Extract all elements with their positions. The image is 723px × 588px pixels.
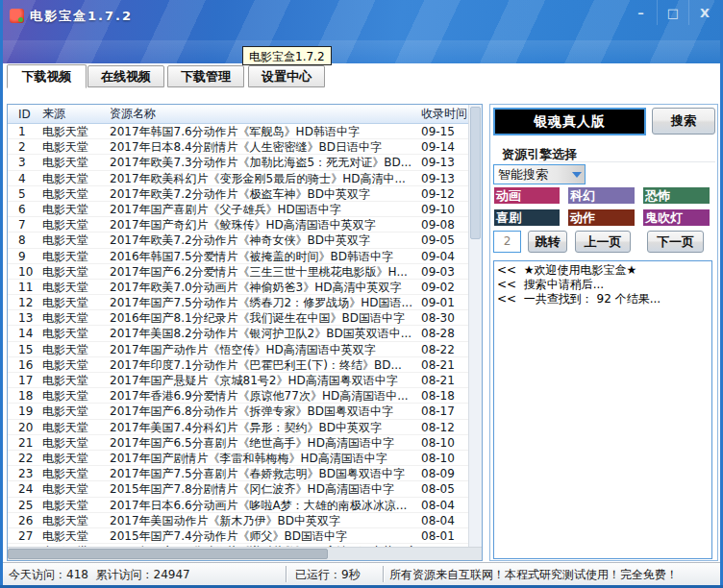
close-icon: X bbox=[700, 6, 710, 20]
table-cell: 电影天堂 bbox=[42, 186, 110, 201]
search-button[interactable]: 搜索 bbox=[652, 108, 715, 135]
table-cell: 08-28 bbox=[421, 326, 468, 340]
vertical-scrollbar-thumb[interactable] bbox=[470, 107, 481, 239]
table-cell: 2017年日本8.4分剧情片《人生密密缝》BD日语中字 bbox=[110, 139, 421, 154]
close-button[interactable]: X bbox=[688, 0, 720, 25]
vertical-scrollbar[interactable] bbox=[468, 105, 482, 547]
minimize-icon: – bbox=[637, 6, 644, 20]
category-button-1[interactable]: 动画 bbox=[494, 187, 560, 204]
table-cell: 25 bbox=[8, 498, 42, 512]
table-row[interactable]: 5电影天堂2017年欧美7.2分动作片《极盗车神》BD中英双字09-12 bbox=[8, 186, 468, 202]
table-row[interactable]: 27电影天堂2015年国产7.4分动作片《师父》BD国语中字08-01 bbox=[8, 528, 468, 544]
table-cell: 08-17 bbox=[421, 404, 468, 418]
window-controls: – □ X bbox=[625, 0, 720, 25]
category-button-4[interactable]: 喜剧 bbox=[494, 209, 560, 226]
table-cell: 2017年国产动作片《悟空传》HD高清国语中英双字 bbox=[110, 342, 421, 356]
table-cell: 电影天堂 bbox=[42, 280, 110, 294]
table-cell: 2017年国产剧情片《李雷和韩梅梅》HD高清国语中字 bbox=[110, 451, 421, 465]
table-cell: 2016年国产8.1分纪录片《我们诞生在中国》BD国语中字 bbox=[110, 310, 421, 325]
maximize-button[interactable]: □ bbox=[657, 0, 688, 25]
table-cell: 2017年美国8.2分动作片《银河护卫队2》BD国英双语中... bbox=[110, 326, 421, 340]
engine-group-line bbox=[538, 161, 715, 162]
engine-dropdown[interactable]: 智能搜索 bbox=[493, 164, 586, 184]
tab-download-video[interactable]: 下载视频 bbox=[7, 64, 87, 88]
table-cell: 电影天堂 bbox=[42, 420, 110, 434]
table-cell: 09-01 bbox=[421, 295, 468, 309]
table-row[interactable]: 12电影天堂2017年国产7.5分动作片《绣春刀2：修罗战场》HD国语...09… bbox=[8, 295, 468, 310]
table-cell: 4 bbox=[8, 171, 42, 185]
engine-selected-value: 智能搜索 bbox=[498, 167, 548, 182]
table-row[interactable]: 11电影天堂2017年欧美7.0分动画片《神偷奶爸3》HD高清中英双字09-02 bbox=[8, 280, 468, 295]
table-cell: 09-13 bbox=[421, 171, 468, 185]
next-page-button[interactable]: 下一页 bbox=[647, 231, 704, 253]
table-row[interactable]: 21电影天堂2017年国产6.5分喜剧片《绝世高手》HD高清国语中字08-10 bbox=[8, 435, 468, 451]
table-cell: 2017年国产喜剧片《父子雄兵》HD国语中字 bbox=[110, 202, 421, 216]
table-row[interactable]: 16电影天堂2017年印度7.1分动作片《巴霍巴利王(下)：终结》BD...08… bbox=[8, 357, 468, 373]
table-row[interactable]: 24电影天堂2015年国产7.8分剧情片《冈仁波齐》HD高清国语中字08-05 bbox=[8, 481, 468, 497]
table-row[interactable]: 6电影天堂2017年国产喜剧片《父子雄兵》HD国语中字09-10 bbox=[8, 202, 468, 217]
table-row[interactable]: 9电影天堂2016年韩国7.5分爱情片《被掩盖的时间》BD韩语中字09-04 bbox=[8, 249, 468, 264]
table-cell: 09-02 bbox=[421, 280, 468, 294]
minimize-button[interactable]: – bbox=[625, 0, 657, 25]
tab-online-video[interactable]: 在线视频 bbox=[87, 65, 164, 87]
table-row[interactable]: 8电影天堂2017年欧美7.2分动作片《神奇女侠》BD中英双字09-05 bbox=[8, 233, 468, 248]
table-cell: 12 bbox=[8, 295, 42, 309]
table-cell: 电影天堂 bbox=[42, 264, 110, 279]
table-cell: 15 bbox=[8, 342, 42, 356]
table-cell: 2017年国产悬疑片《京城81号2》HD高清国粤双语中字 bbox=[110, 373, 421, 387]
table-row[interactable]: 26电影天堂2017年美国动作片《新木乃伊》BD中英双字08-04 bbox=[8, 513, 468, 528]
prev-page-button[interactable]: 上一页 bbox=[575, 231, 631, 253]
table-row[interactable]: 17电影天堂2017年国产悬疑片《京城81号2》HD高清国粤双语中字08-21 bbox=[8, 373, 468, 388]
table-cell: 2017年国产7.5分喜剧片《春娇救志明》BD国粤双语中字 bbox=[110, 466, 421, 480]
table-cell: 6 bbox=[8, 202, 42, 216]
table-row[interactable]: 20电影天堂2017年美国7.4分科幻片《异形：契约》BD中英双字08-12 bbox=[8, 420, 468, 435]
table-cell: 09-08 bbox=[421, 217, 468, 232]
tab-settings-center[interactable]: 设置中心 bbox=[248, 65, 325, 87]
table-cell: 08-04 bbox=[421, 498, 468, 512]
table-cell: 16 bbox=[8, 357, 42, 372]
table-row[interactable]: 3电影天堂2017年欧美7.3分动作片《加勒比海盗5：死无对证》BD...09-… bbox=[8, 155, 468, 170]
status-separator bbox=[383, 566, 384, 582]
tab-download-manager[interactable]: 下载管理 bbox=[167, 65, 244, 87]
column-header-name: 资源名称 bbox=[110, 106, 421, 122]
table-cell: 2017年欧美7.2分动作片《极盗车神》BD中英双字 bbox=[110, 186, 421, 201]
search-input[interactable]: 银魂真人版 bbox=[493, 108, 646, 135]
table-row[interactable]: 18电影天堂2017年香港6.9分爱情片《原谅他77次》HD高清国语中...08… bbox=[8, 388, 468, 404]
table-row[interactable]: 15电影天堂2017年国产动作片《悟空传》HD高清国语中英双字08-22 bbox=[8, 342, 468, 357]
table-row[interactable]: 7电影天堂2017年国产奇幻片《鲛珠传》HD高清国语中英双字09-08 bbox=[8, 217, 468, 233]
category-button-5[interactable]: 动作 bbox=[568, 209, 635, 226]
category-button-6[interactable]: 鬼吹灯 bbox=[643, 209, 710, 226]
category-button-2[interactable]: 科幻 bbox=[568, 187, 635, 204]
category-grid: 动画科幻恐怖喜剧动作鬼吹灯 bbox=[494, 187, 710, 226]
table-row[interactable]: 22电影天堂2017年国产剧情片《李雷和韩梅梅》HD高清国语中字08-10 bbox=[8, 451, 468, 466]
table-cell: 电影天堂 bbox=[42, 295, 110, 309]
table-row[interactable]: 2电影天堂2017年日本8.4分剧情片《人生密密缝》BD日语中字09-14 bbox=[8, 139, 468, 155]
table-row[interactable]: 4电影天堂2017年欧美科幻片《变形金刚5最后的骑士》HD高清中...09-13 bbox=[8, 171, 468, 186]
table-row[interactable]: 23电影天堂2017年国产7.5分喜剧片《春娇救志明》BD国粤双语中字08-09 bbox=[8, 466, 468, 481]
table-cell: 电影天堂 bbox=[42, 373, 110, 387]
table-row[interactable]: 14电影天堂2017年美国8.2分动作片《银河护卫队2》BD国英双语中...08… bbox=[8, 326, 468, 341]
maximize-icon: □ bbox=[667, 6, 679, 20]
jump-button[interactable]: 跳转 bbox=[528, 231, 567, 253]
table-row[interactable]: 10电影天堂2017年国产6.2分爱情片《三生三世十里桃花电影版》H...09-… bbox=[8, 264, 468, 280]
horizontal-scrollbar[interactable] bbox=[8, 547, 482, 560]
table-row[interactable]: 1电影天堂2017年韩国7.6分动作片《军舰岛》HD韩语中字09-15 bbox=[8, 124, 468, 139]
table-cell: 09-14 bbox=[421, 139, 468, 154]
table-cell: 电影天堂 bbox=[42, 202, 110, 216]
table-cell: 2017年欧美科幻片《变形金刚5最后的骑士》HD高清中... bbox=[110, 171, 421, 185]
horizontal-scrollbar-thumb[interactable] bbox=[8, 549, 328, 559]
table-cell: 09-10 bbox=[421, 202, 468, 216]
table-cell: 08-01 bbox=[421, 528, 468, 543]
table-cell: 08-05 bbox=[421, 481, 468, 496]
page-number-input[interactable]: 2 bbox=[493, 231, 521, 253]
table-row[interactable]: 19电影天堂2017年国产6.8分动作片《拆弹专家》BD国粤双语中字08-17 bbox=[8, 404, 468, 419]
table-cell: 2017年国产6.8分动作片《拆弹专家》BD国粤双语中字 bbox=[110, 404, 421, 418]
table-cell: 2017年国产7.5分动作片《绣春刀2：修罗战场》HD国语... bbox=[110, 295, 421, 309]
table-row[interactable]: 13电影天堂2016年国产8.1分纪录片《我们诞生在中国》BD国语中字08-30 bbox=[8, 310, 468, 326]
table-cell: 电影天堂 bbox=[42, 481, 110, 496]
table-cell: 电影天堂 bbox=[42, 139, 110, 154]
table-cell: 电影天堂 bbox=[42, 357, 110, 372]
table-cell: 09-13 bbox=[421, 155, 468, 169]
table-row[interactable]: 25电影天堂2017年日本6.6分动画片《哆啦A梦：大雄的南极冰冰凉...08-… bbox=[8, 498, 468, 513]
category-button-3[interactable]: 恐怖 bbox=[643, 187, 710, 204]
